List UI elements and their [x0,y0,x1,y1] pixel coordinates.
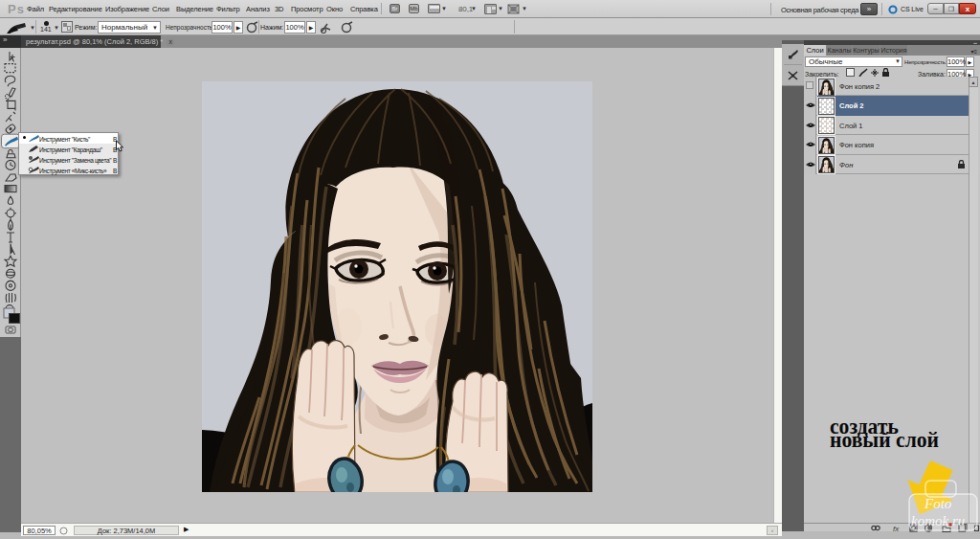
svg-text:Foto: Foto [924,496,952,511]
svg-text:komok.ru: komok.ru [911,513,965,528]
